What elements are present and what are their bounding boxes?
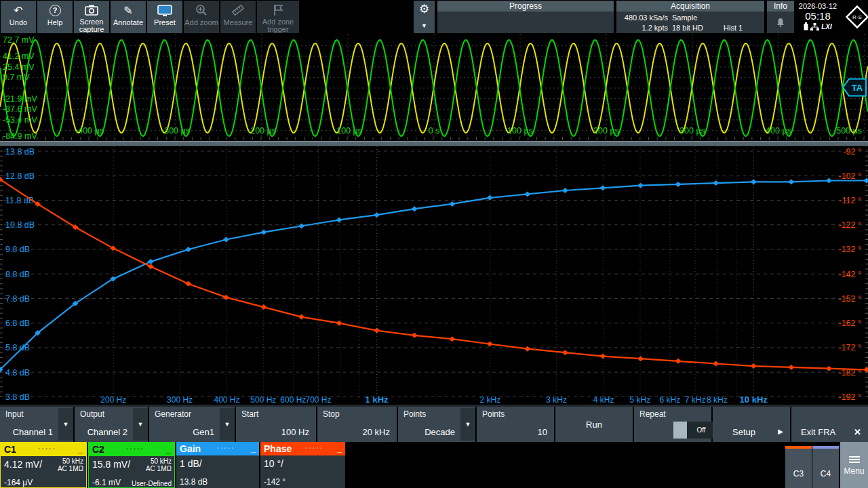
channel4-button[interactable]: C4 [812, 446, 839, 488]
add-zoom-label: Add zoom [184, 19, 218, 26]
dropdown-icon[interactable]: ▼ [460, 408, 475, 441]
fra-repeat-group: Repeat Off [634, 407, 711, 442]
svg-text:-300 µs: -300 µs [161, 126, 190, 136]
channel2-widget[interactable]: C2 ····· _ 15.8 mV/ 50 kHz AC 1MΩ -6.1 m… [88, 442, 175, 488]
minimize-icon[interactable]: _ [78, 446, 83, 453]
undo-button[interactable]: ↶ Undo [1, 1, 36, 33]
fra-generator-value: Gen1 [193, 427, 214, 437]
camera-icon [85, 3, 98, 16]
brand-logo: R·S [842, 1, 868, 33]
phase-widget[interactable]: Phase ····· _ 10 °/ -142 ° [260, 442, 345, 488]
minimize-icon[interactable]: _ [251, 445, 256, 452]
channel2-body: 15.8 mV/ 50 kHz AC 1MΩ -6.1 mV User-Defi… [89, 456, 174, 488]
svg-text:6.8 dB: 6.8 dB [5, 319, 30, 328]
fra-generator-select[interactable]: Generator Gen1 ▼ [149, 407, 235, 442]
fra-setup-label: Setup [713, 427, 775, 437]
dropdown-icon[interactable]: ▼ [133, 408, 148, 441]
fra-points-mode-select[interactable]: Points Decade ▼ [398, 407, 475, 442]
dropdown-icon[interactable]: ▼ [220, 408, 235, 441]
undo-label: Undo [9, 19, 27, 26]
screen-capture-label: Screen capture [74, 18, 109, 33]
fra-input-select[interactable]: Input Channel 1 ▼ [0, 407, 73, 442]
acquisition-title: Acquisition [616, 1, 764, 12]
svg-text:5 kHz: 5 kHz [630, 395, 651, 405]
svg-text:2 kHz: 2 kHz [480, 395, 501, 405]
preset-button[interactable]: Preset [147, 1, 182, 33]
svg-text:3 kHz: 3 kHz [546, 395, 567, 405]
preset-label: Preset [154, 19, 176, 26]
measure-button[interactable]: Measure [220, 1, 256, 33]
phase-position: -142 ° [264, 477, 285, 487]
svg-text:300 µs: 300 µs [679, 126, 705, 136]
fra-start-label: Start [241, 409, 258, 419]
panel-divider[interactable] [0, 141, 868, 146]
gain-widget[interactable]: Gain ····· _ 1 dB/ 13.8 dB [176, 442, 259, 488]
arrow-right-icon: ▶ [778, 428, 783, 435]
svg-text:4 kHz: 4 kHz [593, 395, 614, 405]
fra-repeat-label: Repeat [639, 409, 666, 419]
svg-text:400 Hz: 400 Hz [214, 395, 239, 405]
screen-capture-button[interactable]: Screen capture [74, 1, 109, 33]
svg-text:-200 µs: -200 µs [248, 126, 276, 136]
channel2-header[interactable]: C2 ····· _ [89, 443, 174, 456]
channel3-button[interactable]: C3 [785, 446, 812, 488]
menu-button[interactable]: Menu [840, 442, 868, 488]
clock[interactable]: 2026-03-12 05:18 LXI [795, 1, 840, 33]
svg-text:100 µs: 100 µs [507, 126, 533, 136]
drag-handle-icon: ····· [104, 447, 166, 452]
svg-text:-53.4 mV: -53.4 mV [3, 115, 37, 125]
measure-label: Measure [224, 19, 253, 26]
fra-start-field[interactable]: Start 100 Hz [236, 407, 316, 442]
network-icon [810, 23, 819, 30]
fra-toolbar: Input Channel 1 ▼ Output Channel 2 ▼ Gen… [0, 407, 868, 442]
channel1-header[interactable]: C1 ····· _ [1, 443, 86, 456]
fra-stop-field[interactable]: Stop 20 kHz [317, 407, 397, 442]
fra-exit-button[interactable]: Exit FRA ✕ [791, 407, 868, 442]
svg-text:6 kHz: 6 kHz [660, 395, 681, 405]
gain-body: 1 dB/ 13.8 dB [176, 455, 259, 488]
svg-text:9.8 dB: 9.8 dB [5, 245, 30, 254]
brand-logo-text: R·S [852, 14, 862, 20]
add-zoom-button[interactable]: Add zoom [184, 1, 219, 33]
channel1-body: 4.12 mV/ 50 kHz AC 1MΩ -164 µV [1, 456, 86, 488]
flag-icon [273, 3, 283, 16]
channel1-widget[interactable]: C1 ····· _ 4.12 mV/ 50 kHz AC 1MΩ -164 µ… [0, 442, 87, 488]
info-panel[interactable]: Info [767, 1, 794, 33]
monitor-icon [157, 3, 172, 17]
gain-header[interactable]: Gain ····· _ [176, 442, 259, 455]
svg-text:-192 °: -192 ° [839, 392, 862, 402]
channel2-coupling: AC 1MΩ [146, 465, 172, 472]
svg-text:-122 °: -122 ° [839, 220, 862, 230]
svg-text:8.8 dB: 8.8 dB [5, 270, 30, 279]
channel4-color-stripe [812, 446, 839, 449]
channel2-offset: -6.1 mV [92, 478, 121, 487]
fra-output-label: Output [80, 409, 104, 419]
zoom-plus-icon [195, 3, 208, 17]
repeat-toggle[interactable]: Off [673, 422, 715, 439]
phase-body: 10 °/ -142 ° [260, 455, 345, 488]
progress-panel[interactable]: Progress [437, 1, 614, 33]
phase-header[interactable]: Phase ····· _ [260, 442, 345, 455]
annotate-button[interactable]: ✎ Annotate [111, 1, 146, 33]
svg-text:-102 °: -102 ° [839, 171, 862, 181]
annotate-label: Annotate [113, 19, 143, 26]
svg-text:-172 °: -172 ° [839, 343, 862, 352]
add-zone-trigger-button[interactable]: Add zone trigger [257, 1, 299, 33]
help-button[interactable]: ? Help [37, 1, 73, 33]
channel2-bandwidth: 50 kHz [151, 458, 172, 465]
minimize-icon[interactable]: _ [337, 445, 342, 452]
fra-points-field[interactable]: Points 10 [477, 407, 554, 442]
ruler-icon [231, 3, 245, 17]
minimize-icon[interactable]: _ [166, 446, 171, 453]
settings-button[interactable]: ⚙ ▼ [414, 1, 435, 33]
svg-text:0 s: 0 s [429, 126, 440, 136]
svg-text:200 Hz: 200 Hz [100, 395, 126, 405]
fra-setup-button[interactable]: Setup ▶ [713, 407, 790, 442]
close-icon: ✕ [854, 427, 861, 437]
dropdown-icon[interactable]: ▼ [58, 408, 73, 441]
acquisition-panel[interactable]: Acquisition 480.03 kSa/s Sample 1.2 kpts… [616, 1, 764, 33]
fra-output-select[interactable]: Output Channel 2 ▼ [75, 407, 148, 442]
svg-text:TA: TA [852, 83, 863, 93]
fra-run-button[interactable]: Run [555, 407, 633, 442]
help-icon: ? [50, 3, 61, 17]
